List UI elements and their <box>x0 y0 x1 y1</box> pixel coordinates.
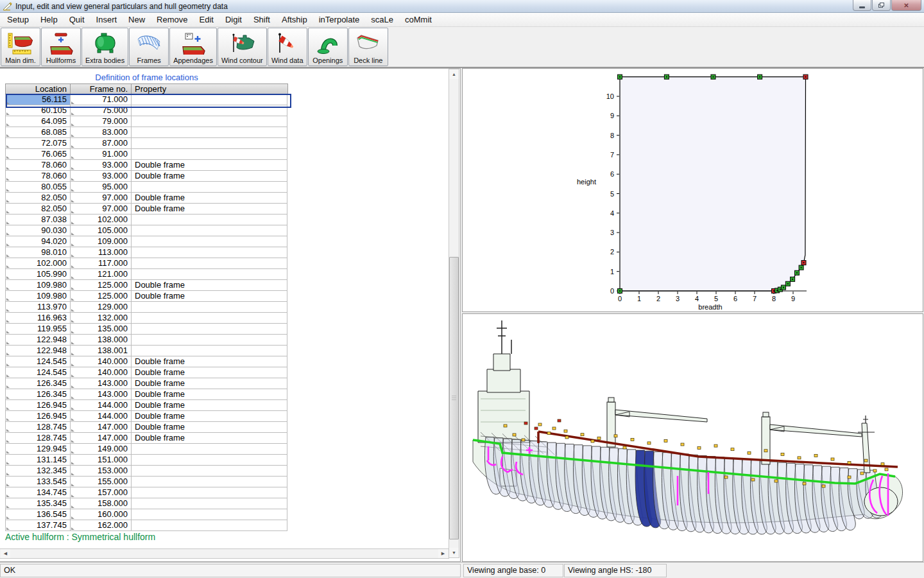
cell-property[interactable] <box>132 498 287 509</box>
cell-location[interactable]: 131.145 <box>6 455 71 466</box>
cell-frame-no[interactable]: 140.000 <box>71 356 132 367</box>
cell-frame-no[interactable]: 157.000 <box>71 487 132 498</box>
cell-property[interactable] <box>132 269 287 280</box>
cell-location[interactable]: 78.060 <box>6 160 71 171</box>
cell-property[interactable]: Double frame <box>132 291 287 302</box>
cell-location[interactable]: 64.095 <box>6 116 71 127</box>
cell-frame-no[interactable]: 129.000 <box>71 302 132 313</box>
cell-property[interactable]: Double frame <box>132 367 287 378</box>
cell-location[interactable]: 109.980 <box>6 280 71 291</box>
cell-frame-no[interactable]: 75.000 <box>71 105 132 116</box>
wind-contour-button[interactable]: Wind contour <box>218 28 267 66</box>
cell-property[interactable] <box>132 477 287 487</box>
cell-location[interactable]: 72.075 <box>6 138 71 149</box>
frame-section-chart-panel[interactable]: 0123456789012345678910breadthheight <box>462 68 923 312</box>
menu-item-interpolate[interactable]: inTerpolate <box>313 13 366 26</box>
cell-frame-no[interactable]: 93.000 <box>71 171 132 182</box>
cell-location[interactable]: 129.945 <box>6 444 71 455</box>
cell-property[interactable] <box>132 149 287 160</box>
cell-frame-no[interactable]: 113.000 <box>71 247 132 258</box>
cell-frame-no[interactable]: 105.000 <box>71 225 132 236</box>
cell-frame-no[interactable]: 151.000 <box>71 455 132 466</box>
cell-location[interactable]: 80.055 <box>6 182 71 193</box>
cell-frame-no[interactable]: 140.000 <box>71 367 132 378</box>
cell-location[interactable]: 135.345 <box>6 498 71 509</box>
cell-frame-no[interactable]: 132.000 <box>71 313 132 324</box>
cell-frame-no[interactable]: 87.000 <box>71 138 132 149</box>
cell-frame-no[interactable]: 147.000 <box>71 433 132 444</box>
cell-property[interactable] <box>132 258 287 269</box>
menu-item-scale[interactable]: scaLe <box>365 13 399 26</box>
main-dim--button[interactable]: Main dim. <box>1 28 40 66</box>
cell-property[interactable] <box>132 509 287 520</box>
cell-frame-no[interactable]: 147.000 <box>71 422 132 433</box>
cell-frame-no[interactable]: 102.000 <box>71 215 132 225</box>
cell-location[interactable]: 87.038 <box>6 215 71 225</box>
cell-location[interactable]: 76.065 <box>6 149 71 160</box>
cell-frame-no[interactable]: 97.000 <box>71 204 132 215</box>
cell-property[interactable]: Double frame <box>132 389 287 400</box>
cell-location[interactable]: 136.545 <box>6 509 71 520</box>
cell-property[interactable] <box>132 520 287 531</box>
frames-button[interactable]: Frames <box>129 28 169 66</box>
cell-property[interactable] <box>132 444 287 455</box>
cell-location[interactable]: 128.745 <box>6 433 71 444</box>
cell-property[interactable]: Double frame <box>132 411 287 422</box>
cell-frame-no[interactable]: 117.000 <box>71 258 132 269</box>
cell-frame-no[interactable]: 97.000 <box>71 193 132 204</box>
cell-frame-no[interactable]: 135.000 <box>71 324 132 335</box>
appendages-button[interactable]: Appendages <box>169 28 217 66</box>
cell-frame-no[interactable]: 144.000 <box>71 411 132 422</box>
hull-3d-view-panel[interactable] <box>462 313 923 562</box>
column-header-property[interactable]: Property <box>132 84 287 94</box>
menu-item-setup[interactable]: Setup <box>1 13 35 26</box>
cell-location[interactable]: 119.955 <box>6 324 71 335</box>
menu-item-insert[interactable]: Insert <box>90 13 123 26</box>
cell-frame-no[interactable]: 144.000 <box>71 400 132 411</box>
cell-location[interactable]: 122.948 <box>6 346 71 356</box>
cell-property[interactable] <box>132 225 287 236</box>
menu-item-digit[interactable]: Digit <box>219 13 248 26</box>
cell-frame-no[interactable]: 143.000 <box>71 378 132 389</box>
cell-frame-no[interactable]: 153.000 <box>71 466 132 477</box>
cell-frame-no[interactable]: 109.000 <box>71 236 132 247</box>
cell-location[interactable]: 60.105 <box>6 105 71 116</box>
cell-property[interactable] <box>132 138 287 149</box>
cell-frame-no[interactable]: 143.000 <box>71 389 132 400</box>
cell-location[interactable]: 113.970 <box>6 302 71 313</box>
restore-button[interactable] <box>872 0 891 11</box>
cell-location[interactable]: 116.963 <box>6 313 71 324</box>
cell-frame-no[interactable]: 91.000 <box>71 149 132 160</box>
deck-line-button[interactable]: Deck line <box>348 28 388 66</box>
cell-location[interactable]: 82.050 <box>6 204 71 215</box>
vertical-scrollbar[interactable]: ▲ ▼ <box>449 69 459 558</box>
menu-item-aftship[interactable]: Aftship <box>276 13 313 26</box>
cell-property[interactable] <box>132 116 287 127</box>
cell-frame-no[interactable]: 155.000 <box>71 477 132 487</box>
cell-location[interactable]: 102.000 <box>6 258 71 269</box>
menu-item-shift[interactable]: Shift <box>248 13 276 26</box>
menu-item-remove[interactable]: Remove <box>151 13 193 26</box>
cell-property[interactable] <box>132 105 287 116</box>
cell-location[interactable]: 124.545 <box>6 356 71 367</box>
cell-location[interactable]: 122.948 <box>6 335 71 346</box>
cell-frame-no[interactable]: 125.000 <box>71 280 132 291</box>
cell-frame-no[interactable]: 95.000 <box>71 182 132 193</box>
extra-bodies-button[interactable]: Extra bodies <box>81 28 128 66</box>
menu-item-edit[interactable]: Edit <box>194 13 219 26</box>
cell-location[interactable]: 126.945 <box>6 411 71 422</box>
minimize-button[interactable] <box>853 0 871 11</box>
cell-location[interactable]: 82.050 <box>6 193 71 204</box>
cell-frame-no[interactable]: 79.000 <box>71 116 132 127</box>
cell-location[interactable]: 134.745 <box>6 487 71 498</box>
menu-item-quit[interactable]: Quit <box>64 13 90 26</box>
column-header-frame-no[interactable]: Frame no. <box>71 84 132 94</box>
cell-frame-no[interactable]: 121.000 <box>71 269 132 280</box>
cell-frame-no[interactable]: 125.000 <box>71 291 132 302</box>
cell-property[interactable]: Double frame <box>132 356 287 367</box>
cell-location[interactable]: 109.980 <box>6 291 71 302</box>
cell-location[interactable]: 90.030 <box>6 225 71 236</box>
cell-frame-no[interactable]: 149.000 <box>71 444 132 455</box>
cell-property[interactable]: Double frame <box>132 204 287 215</box>
cell-location[interactable]: 124.545 <box>6 367 71 378</box>
